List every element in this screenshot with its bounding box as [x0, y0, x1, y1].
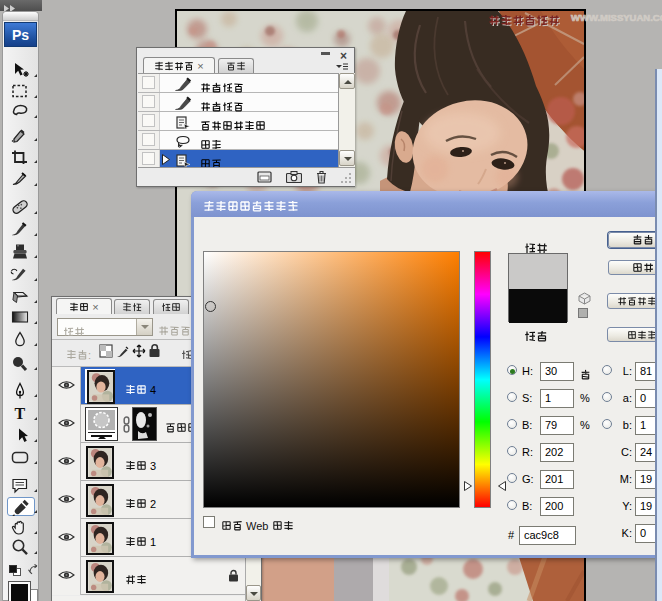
svg-text:T: T	[15, 405, 26, 422]
